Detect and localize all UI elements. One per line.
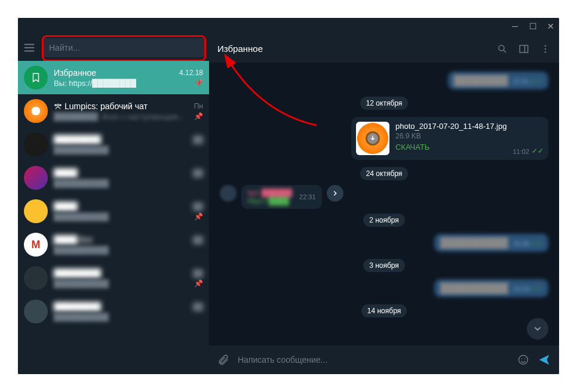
- chat-item[interactable]: ██████████ ██████████: [18, 295, 209, 328]
- avatar: M: [24, 233, 48, 257]
- maximize-button[interactable]: ☐: [529, 23, 536, 30]
- message-file[interactable]: photo_2017-07-20_11-48-17.jpg 26.9 KB СК…: [220, 117, 548, 160]
- forward-arrow-icon[interactable]: [327, 185, 343, 202]
- svg-point-0: [55, 104, 56, 106]
- message-out[interactable]: ██████████14:24✓✓: [220, 279, 548, 297]
- chat-name: Избранное: [54, 68, 96, 78]
- pin-icon: 📌: [194, 112, 203, 121]
- message-composer: [209, 345, 559, 374]
- download-icon: [366, 131, 380, 146]
- chat-main: Избранное ████████22:41✓✓ 12 октября: [209, 35, 559, 374]
- message-out[interactable]: ██████████19:38✓✓: [220, 234, 548, 252]
- avatar: [24, 166, 48, 190]
- chat-item[interactable]: Lumpics: рабочий чат Пн ████████: Всех с…: [18, 94, 209, 128]
- chat-item[interactable]: ██████ ██████████: [18, 161, 209, 195]
- titlebar: ─ ☐ ✕: [18, 18, 559, 35]
- file-size: 26.9 KB: [395, 132, 507, 140]
- chat-list: Избранное 4.12.18 Вы: https://████████ 📌: [18, 61, 209, 374]
- chat-item[interactable]: ██████ ██████████📌: [18, 195, 209, 228]
- chat-header: Избранное: [209, 35, 559, 63]
- avatar: [220, 185, 237, 202]
- file-name: photo_2017-07-20_11-48-17.jpg: [395, 122, 507, 131]
- chat-name: Lumpics: рабочий чат: [54, 101, 148, 111]
- svg-point-9: [524, 359, 526, 360]
- chat-item-saved[interactable]: Избранное 4.12.18 Вы: https://████████ 📌: [18, 61, 209, 94]
- message-out[interactable]: ████████22:41✓✓: [220, 72, 548, 89]
- close-button[interactable]: ✕: [547, 23, 554, 30]
- message-input[interactable]: [238, 355, 509, 365]
- svg-point-7: [519, 356, 528, 365]
- svg-point-1: [60, 104, 61, 106]
- send-button[interactable]: [538, 353, 551, 366]
- avatar: [24, 266, 48, 290]
- chat-title: Избранное: [217, 44, 263, 54]
- sidebar: Найти... Избранное 4.12.18 Вы: https://█: [18, 35, 209, 374]
- avatar: [24, 99, 48, 123]
- sidebar-toggle-icon[interactable]: [518, 44, 529, 54]
- svg-point-5: [545, 48, 547, 50]
- bookmark-icon: [24, 66, 48, 89]
- avatar: [24, 132, 48, 156]
- chat-item[interactable]: ██████████ ██████████📌: [18, 261, 209, 295]
- chat-preview: ████████: Всех с наступающим...: [54, 112, 185, 121]
- scroll-down-button[interactable]: [527, 318, 548, 339]
- emoji-icon[interactable]: [517, 354, 529, 366]
- menu-icon[interactable]: [23, 41, 37, 54]
- date-divider: 12 октября: [360, 97, 409, 110]
- chat-date: 4.12.18: [179, 69, 203, 77]
- chat-date: Пн: [194, 102, 203, 110]
- messages-area[interactable]: ████████22:41✓✓ 12 октября photo_2017-07…: [209, 63, 559, 345]
- attach-icon[interactable]: [217, 354, 229, 366]
- svg-point-4: [545, 45, 547, 47]
- pin-icon: 📌: [194, 212, 203, 221]
- file-thumbnail[interactable]: [356, 122, 389, 155]
- minimize-button[interactable]: ─: [511, 23, 518, 30]
- svg-point-8: [521, 359, 523, 360]
- more-icon[interactable]: [540, 44, 551, 54]
- chat-item[interactable]: M ████ Bot██ ██████████: [18, 228, 209, 261]
- download-link[interactable]: СКАЧАТЬ: [395, 143, 507, 152]
- svg-point-2: [499, 45, 504, 51]
- avatar: [24, 199, 48, 223]
- avatar: [24, 300, 48, 323]
- pin-icon: 📌: [194, 79, 203, 87]
- date-divider: 14 ноября: [361, 304, 407, 317]
- message-forwarded[interactable]: Igor ██████ https://████ 22:31: [220, 185, 548, 209]
- group-icon: [54, 102, 62, 110]
- svg-rect-3: [520, 45, 528, 53]
- app-window: ─ ☐ ✕ Найти... Избранное: [18, 18, 559, 374]
- pin-icon: 📌: [194, 279, 203, 288]
- date-divider: 2 ноября: [363, 214, 405, 227]
- search-input[interactable]: Найти...: [42, 38, 204, 57]
- chat-item[interactable]: ██████████ ██████████: [18, 128, 209, 161]
- date-divider: 24 октября: [360, 167, 409, 180]
- date-divider: 3 ноября: [363, 259, 405, 272]
- svg-point-6: [545, 51, 547, 53]
- search-icon[interactable]: [497, 44, 508, 54]
- chat-preview: Вы: https://████████: [54, 79, 136, 88]
